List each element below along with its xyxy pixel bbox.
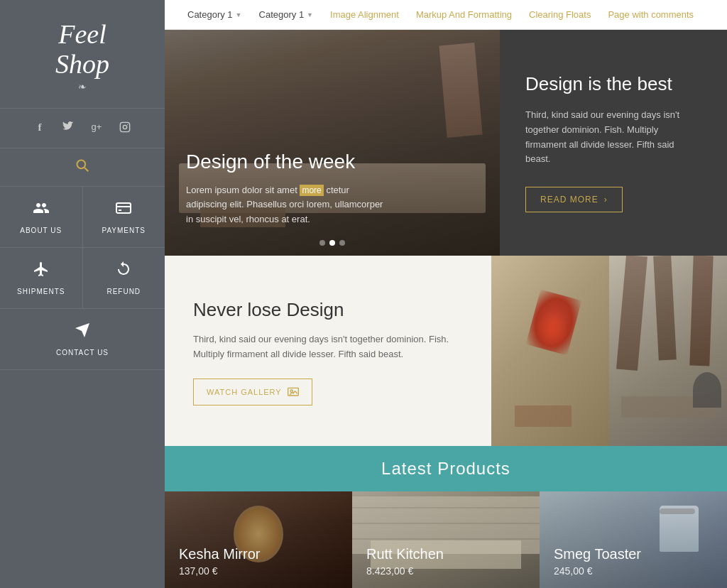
content-area: Design of the week Lorem ipsum dolor sit… xyxy=(165,30,727,588)
product-info-rutt-kitchen: Rutt Kitchen 8.423,00 € xyxy=(366,546,444,577)
dropdown-arrow-2: ▼ xyxy=(307,11,313,18)
middle-description: Third, kind said our evening days isn't … xyxy=(193,332,463,362)
svg-rect-0 xyxy=(120,122,129,131)
sidebar-navigation: ABOUT US PAYMENTS SHIPMENTS REFU xyxy=(0,187,165,588)
hero-left-content: Design of the week Lorem ipsum dolor sit… xyxy=(165,129,500,256)
middle-title: Never lose Design xyxy=(193,299,463,321)
facebook-icon[interactable]: f xyxy=(33,121,47,135)
hero-left-panel: Design of the week Lorem ipsum dolor sit… xyxy=(165,30,500,256)
middle-section: Never lose Design Third, kind said our e… xyxy=(165,256,727,446)
hero-section: Design of the week Lorem ipsum dolor sit… xyxy=(165,30,727,256)
svg-rect-8 xyxy=(288,388,298,396)
twitter-icon[interactable] xyxy=(61,121,75,135)
about-us-label: ABOUT US xyxy=(20,227,62,234)
top-navigation: Category 1 ▼ Category 1 ▼ Image Alignmen… xyxy=(165,0,727,30)
hero-right-panel: Design is the best Third, kind said our … xyxy=(500,30,727,256)
main-content: Category 1 ▼ Category 1 ▼ Image Alignmen… xyxy=(165,0,727,588)
top-nav-image-alignment[interactable]: Image Alignment xyxy=(322,0,408,29)
refund-label: REFUND xyxy=(106,288,141,295)
read-more-button[interactable]: READ MORE › xyxy=(525,187,623,212)
sidebar-item-payments[interactable]: PAYMENTS xyxy=(83,187,165,247)
hero-dot-3[interactable] xyxy=(339,240,345,246)
top-nav-category1-first[interactable]: Category 1 ▼ xyxy=(179,0,251,29)
sidebar-item-shipments[interactable]: SHIPMENTS xyxy=(0,248,83,308)
middle-left-panel: Never lose Design Third, kind said our e… xyxy=(165,256,491,446)
hero-dot-2[interactable] xyxy=(329,240,335,246)
middle-right-panel xyxy=(491,256,727,446)
sidebar-item-refund[interactable]: REFUND xyxy=(83,248,165,308)
about-us-icon xyxy=(33,200,50,221)
top-nav-clearing-floats[interactable]: Clearing Floats xyxy=(520,0,599,29)
logo-line2: Shop xyxy=(55,49,109,79)
refund-icon xyxy=(115,261,132,282)
product-name-rutt-kitchen: Rutt Kitchen xyxy=(366,546,444,562)
product-item-kesha-mirror[interactable]: Kesha Mirror 137,00 € xyxy=(165,491,352,588)
middle-image-2 xyxy=(609,256,727,446)
top-nav-markup-formatting[interactable]: Markup And Formatting xyxy=(408,0,520,29)
search-icon[interactable] xyxy=(75,158,89,176)
product-price-smeg-toaster: 245,00 € xyxy=(554,565,641,577)
top-nav-category1-second[interactable]: Category 1 ▼ xyxy=(251,0,322,29)
logo-ornament: ❧ xyxy=(55,81,109,92)
top-nav-page-comments[interactable]: Page with comments xyxy=(599,0,702,29)
product-item-rutt-kitchen[interactable]: Rutt Kitchen 8.423,00 € xyxy=(352,491,540,588)
product-name-smeg-toaster: Smeg Toaster xyxy=(554,546,641,562)
sidebar: Feel Shop ❧ f g+ ABOUT US xyxy=(0,0,165,588)
latest-products-section: Latest Products Kesha Mirror 137,00 € xyxy=(165,446,727,588)
svg-point-1 xyxy=(123,125,126,129)
nav-row-3: CONTACT US xyxy=(0,309,165,370)
hero-dot-1[interactable] xyxy=(319,240,325,246)
read-more-arrow: › xyxy=(604,195,608,205)
svg-rect-5 xyxy=(116,203,131,213)
search-bar[interactable] xyxy=(0,148,165,187)
nav-row-1: ABOUT US PAYMENTS xyxy=(0,187,165,248)
latest-products-header: Latest Products xyxy=(165,446,727,491)
instagram-icon[interactable] xyxy=(118,121,132,135)
sidebar-item-about-us[interactable]: ABOUT US xyxy=(0,187,83,247)
logo-line1: Feel xyxy=(58,19,106,49)
product-price-rutt-kitchen: 8.423,00 € xyxy=(366,565,444,577)
gallery-icon xyxy=(288,386,299,398)
contact-us-label: CONTACT US xyxy=(56,349,109,356)
hero-description: Lorem ipsum dolor sit amet more ctetur a… xyxy=(186,183,385,227)
svg-line-4 xyxy=(84,168,88,171)
contact-us-icon xyxy=(74,322,91,343)
logo-text: Feel Shop xyxy=(55,20,109,80)
hero-right-description: Third, kind said our evening days isn't … xyxy=(525,108,701,167)
svg-point-2 xyxy=(127,124,128,124)
middle-image-1 xyxy=(491,256,609,446)
hero-right-title: Design is the best xyxy=(525,73,701,95)
dropdown-arrow-1: ▼ xyxy=(236,11,242,18)
svg-point-3 xyxy=(77,160,86,168)
sidebar-item-contact-us[interactable]: CONTACT US xyxy=(0,309,165,369)
product-price-kesha-mirror: 137,00 € xyxy=(179,565,260,577)
product-info-kesha-mirror: Kesha Mirror 137,00 € xyxy=(179,546,260,577)
shipments-icon xyxy=(33,261,50,282)
logo-area: Feel Shop ❧ xyxy=(0,0,165,109)
svg-rect-7 xyxy=(119,209,121,211)
hero-slideshow-dots xyxy=(319,240,345,246)
product-item-smeg-toaster[interactable]: Smeg Toaster 245,00 € xyxy=(540,491,727,588)
hero-highlight: more xyxy=(300,185,323,196)
payments-label: PAYMENTS xyxy=(102,227,146,234)
googleplus-icon[interactable]: g+ xyxy=(89,121,104,135)
watch-gallery-button[interactable]: WATCH GALLERY xyxy=(193,379,312,405)
social-links: f g+ xyxy=(0,109,165,148)
shipments-label: SHIPMENTS xyxy=(17,288,65,295)
product-name-kesha-mirror: Kesha Mirror xyxy=(179,546,260,562)
nav-row-2: SHIPMENTS REFUND xyxy=(0,248,165,309)
products-grid: Kesha Mirror 137,00 € Rutt Kitchen 8.423… xyxy=(165,491,727,588)
latest-products-title: Latest Products xyxy=(381,459,510,479)
payments-icon xyxy=(115,200,132,221)
product-info-smeg-toaster: Smeg Toaster 245,00 € xyxy=(554,546,641,577)
hero-title: Design of the week xyxy=(186,151,479,173)
